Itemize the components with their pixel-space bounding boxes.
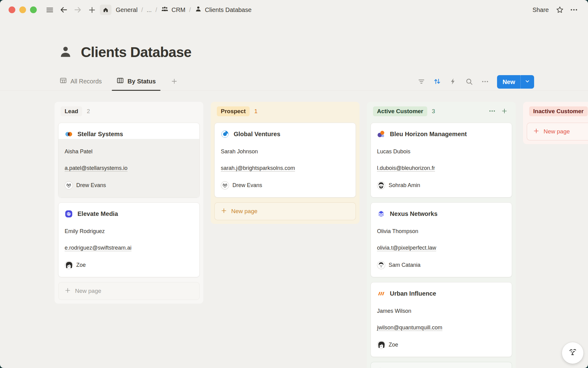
spiral-badge-icon xyxy=(65,210,73,218)
card-owner-row: Sam Catania xyxy=(377,260,506,270)
column-actions xyxy=(487,106,510,117)
share-button[interactable]: Share xyxy=(530,5,552,15)
board-column-prospect: Prospect1Global VenturesSarah Johnsonsar… xyxy=(211,102,360,224)
new-page-button[interactable]: New page xyxy=(58,282,200,300)
sort-button[interactable] xyxy=(431,75,444,88)
breadcrumb-item-general[interactable]: General xyxy=(116,6,138,13)
view-toolbar: New xyxy=(415,75,534,90)
star-icon xyxy=(556,6,564,14)
view-tabs-bar: All Records By Status xyxy=(0,75,588,91)
card-company-name: Urban Influence xyxy=(390,290,436,297)
card-title-row: Elevate Media xyxy=(65,209,193,219)
board-card[interactable]: Stellar SystemsAisha Patela.patel@stella… xyxy=(58,123,200,197)
man-glasses-avatar xyxy=(221,181,229,190)
status-badge[interactable]: Lead xyxy=(61,106,82,116)
card-contact-email[interactable]: l.dubois@bleuhorizon.fr xyxy=(377,164,435,172)
board-card[interactable]: Elevate MediaEmily Rodrigueze.rodriguez@… xyxy=(58,202,200,277)
board-card[interactable]: Urban InfluenceJames Wilsonjwilson@quant… xyxy=(371,282,512,357)
sort-arrows-icon xyxy=(433,77,441,86)
ellipsis-icon xyxy=(481,78,489,86)
plus-icon xyxy=(221,207,227,216)
search-icon xyxy=(465,78,473,86)
card-owner-name: Drew Evans xyxy=(232,182,262,189)
card-contact-email[interactable]: a.patel@stellarsystems.io xyxy=(65,164,127,172)
home-button[interactable] xyxy=(100,5,111,15)
sidebar-menu-button[interactable] xyxy=(43,4,56,16)
new-page-button[interactable]: New page xyxy=(527,123,588,140)
card-contact-email[interactable]: jwilson@quantumquill.com xyxy=(377,324,442,332)
status-badge[interactable]: Inactive Customer xyxy=(529,106,588,116)
new-tab-button[interactable] xyxy=(86,4,98,16)
status-badge[interactable]: Active Customer xyxy=(373,106,427,116)
search-button[interactable] xyxy=(463,75,476,88)
card-contact-name: Aisha Patel xyxy=(65,148,193,155)
card-contact-name: James Wilson xyxy=(377,307,506,315)
breadcrumb-item-clients-database[interactable]: Clients Database xyxy=(194,5,251,14)
woman-long-hair-avatar xyxy=(377,341,385,349)
table-view-icon xyxy=(59,77,67,86)
plus-icon xyxy=(533,128,540,136)
ai-assistant-button[interactable] xyxy=(562,342,583,364)
new-button-dropdown[interactable] xyxy=(520,75,534,89)
card-owner-name: Sohrab Amin xyxy=(389,182,420,189)
forward-button[interactable] xyxy=(72,4,84,16)
filter-button[interactable] xyxy=(415,75,428,88)
more-options-button[interactable] xyxy=(568,4,580,16)
card-properties: Emily Rodrigueze.rodriguez@swiftstream.a… xyxy=(58,219,199,277)
column-header: Prospect1 xyxy=(214,105,356,117)
column-add-button[interactable] xyxy=(499,106,510,117)
add-view-button[interactable] xyxy=(169,77,180,90)
close-window-button[interactable] xyxy=(9,6,15,13)
board-card[interactable]: Nexus NetworksOlivia Thompsonolivia.t@pi… xyxy=(371,202,512,277)
new-page-label: New page xyxy=(231,208,258,215)
status-badge[interactable]: Prospect xyxy=(217,106,250,116)
abstract-shapes-icon xyxy=(377,130,385,138)
column-more-button[interactable] xyxy=(487,106,497,117)
board-column-inactive-customer: Inactive CustomerNew page xyxy=(523,102,588,144)
venn-circles-icon xyxy=(65,130,73,138)
view-options-button[interactable] xyxy=(479,75,492,88)
card-company-name: Bleu Horizon Management xyxy=(390,131,467,138)
breadcrumb-item-crm[interactable]: CRM xyxy=(161,5,186,15)
card-owner-row: Sohrab Amin xyxy=(377,181,506,190)
card-contact-name: Lucas Dubois xyxy=(377,148,506,155)
board-card[interactable]: Global VenturesSarah Johnsonsarah.j@brig… xyxy=(214,123,356,197)
ellipsis-icon xyxy=(488,107,496,116)
card-company-name: Nexus Networks xyxy=(390,210,438,217)
person-icon xyxy=(194,5,202,14)
column-header: Inactive Customer xyxy=(527,105,588,117)
card-contact-name: Emily Rodriguez xyxy=(65,227,193,235)
board-view-icon xyxy=(116,77,124,86)
favorite-button[interactable] xyxy=(554,4,566,16)
card-contact-name: Sarah Johnson xyxy=(221,148,349,155)
breadcrumb-ellipsis: ... xyxy=(147,6,152,13)
layer-stack-icon xyxy=(377,210,385,218)
card-owner-row: Zoe xyxy=(65,260,193,270)
card-properties: James Wilsonjwilson@quantumquill.comZoe xyxy=(371,298,512,357)
automations-button[interactable] xyxy=(447,75,460,88)
board-card[interactable]: Bleu Horizon ManagementLucas Duboisl.dub… xyxy=(371,123,512,197)
new-record-button[interactable]: New xyxy=(497,75,534,89)
column-header: Lead2 xyxy=(58,105,200,117)
plus-icon xyxy=(171,78,178,86)
new-page-button[interactable]: New page xyxy=(214,202,356,220)
page-icon-button[interactable] xyxy=(58,45,73,59)
card-owner-name: Sam Catania xyxy=(389,262,420,268)
column-count: 3 xyxy=(432,108,435,115)
breadcrumb-label: Clients Database xyxy=(205,6,251,13)
maximize-window-button[interactable] xyxy=(30,6,37,13)
new-page-button[interactable]: New page xyxy=(371,362,512,368)
tab-by-status[interactable]: By Status xyxy=(115,76,157,90)
view-tabs: All Records By Status xyxy=(58,76,180,90)
card-contact-email[interactable]: e.rodriguez@swiftstream.ai xyxy=(65,244,131,252)
breadcrumb-item-collapsed[interactable]: ... xyxy=(147,6,152,13)
card-properties: Aisha Patela.patel@stellarsystems.ioDrew… xyxy=(58,139,199,197)
card-company-name: Global Ventures xyxy=(234,131,280,138)
minimize-window-button[interactable] xyxy=(19,6,26,13)
card-contact-email[interactable]: sarah.j@brightsparksolns.com xyxy=(221,164,295,172)
tab-all-records[interactable]: All Records xyxy=(58,76,104,90)
man-glasses-avatar xyxy=(65,181,73,190)
back-button[interactable] xyxy=(58,4,70,16)
card-contact-email[interactable]: olivia.t@pixelperfect.law xyxy=(377,244,436,252)
page-title[interactable]: Clients Database xyxy=(81,44,191,61)
